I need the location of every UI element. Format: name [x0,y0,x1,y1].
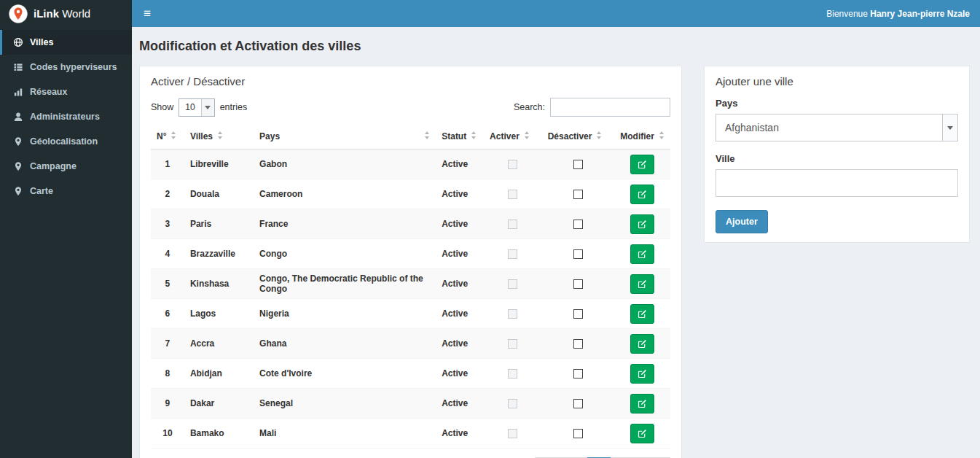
ville-input[interactable] [716,169,958,197]
column-header-activer[interactable]: Activer [484,127,542,150]
modifier-button[interactable] [630,155,654,174]
villes-table: N° Villes Pays Statut Activer Désactiver… [151,127,670,449]
sidebar-item-campagne[interactable]: Campagne [0,154,132,179]
main-content: Modification et Activation des villes Ac… [132,27,980,458]
sort-icon [425,131,430,139]
sidebar-item-carte[interactable]: Carte [0,179,132,203]
column-header-desactiver[interactable]: Désactiver [542,127,615,150]
sort-icon [471,131,477,139]
ajouter-button[interactable]: Ajouter [716,210,768,233]
desactiver-checkbox[interactable] [573,369,583,379]
edit-icon [638,220,647,229]
desactiver-checkbox[interactable] [573,399,583,408]
ville-cell: Brazzaville [184,239,254,269]
modifier-button[interactable] [630,185,654,204]
pays-cell: Nigeria [254,299,436,329]
row-number: 2 [151,179,184,209]
modifier-button[interactable] [630,214,654,234]
ville-cell: Bamako [184,419,254,449]
row-number: 7 [151,329,184,359]
pays-cell: Cameroon [254,179,436,209]
sidebar-item-reseaux[interactable]: Réseaux [0,79,132,104]
sidebar-item-label: Codes hyperviseurs [30,62,117,72]
desactiver-checkbox[interactable] [573,190,583,199]
row-number: 6 [151,299,184,329]
add-ville-panel: Ajouter une ville Pays Afghanistan Ville… [704,66,970,243]
statut-cell: Active [436,150,484,179]
modifier-button[interactable] [630,364,654,384]
column-header-modifier[interactable]: Modifier [614,127,670,150]
column-header-num[interactable]: N° [151,127,184,150]
statut-cell: Active [436,209,484,239]
navbar: ≡ Bienvenue Hanry Jean-pierre Nzale [132,0,980,27]
desactiver-checkbox[interactable] [573,249,583,259]
pays-cell: Gabon [254,150,436,179]
activer-checkbox [508,309,517,319]
desactiver-checkbox[interactable] [573,220,583,229]
panel-title: Ajouter une ville [716,75,958,88]
desactiver-checkbox[interactable] [573,160,583,169]
edit-icon [638,369,647,379]
page-length-select[interactable]: 10 [179,98,214,117]
sidebar-item-label: Administrateurs [30,112,100,122]
column-header-statut[interactable]: Statut [436,127,484,150]
statut-cell: Active [436,419,484,449]
row-number: 8 [151,359,184,389]
app-logo-area[interactable]: iLink World [0,0,132,27]
modifier-button[interactable] [630,274,654,294]
modifier-button[interactable] [630,424,654,443]
pays-cell: Congo [254,239,436,269]
row-number: 5 [151,269,184,299]
pays-cell: Ghana [254,329,436,359]
desactiver-checkbox[interactable] [573,339,583,349]
pays-cell: Congo, The Democratic Republic of the Co… [254,269,436,299]
sidebar-item-codes-hyperviseurs[interactable]: Codes hyperviseurs [0,55,132,79]
pays-cell: Cote d'Ivoire [254,359,436,389]
row-number: 9 [151,389,184,419]
ville-cell: Abidjan [184,359,254,389]
table-header-row: N° Villes Pays Statut Activer Désactiver… [151,127,670,150]
ville-cell: Douala [184,179,254,209]
sidebar-item-label: Géolocalisation [30,136,98,147]
sidebar-item-geolocalisation[interactable]: Géolocalisation [0,129,132,154]
search-input[interactable] [550,98,670,117]
activer-checkbox [508,220,517,229]
statut-cell: Active [436,299,484,329]
sidebar-item-label: Campagne [30,161,77,171]
edit-icon [638,429,647,438]
statut-cell: Active [436,389,484,419]
edit-icon [638,399,647,408]
ville-label: Ville [716,153,958,164]
welcome-message: Bienvenue Hanry Jean-pierre Nzale [826,9,980,19]
hamburger-menu-icon[interactable]: ≡ [132,0,162,27]
table-row: 9 Dakar Senegal Active [151,389,670,419]
desactiver-checkbox[interactable] [573,429,583,438]
sidebar-item-villes[interactable]: Villes [0,30,132,55]
sidebar-item-administrateurs[interactable]: Administrateurs [0,104,132,129]
modifier-button[interactable] [630,334,654,354]
table-row: 5 Kinshasa Congo, The Democratic Republi… [151,269,670,299]
edit-icon [638,339,647,349]
pays-cell: Senegal [254,389,436,419]
modifier-button[interactable] [630,244,654,264]
sort-icon [525,131,530,139]
activer-checkbox [508,160,517,169]
activer-checkbox [508,429,517,438]
desactiver-checkbox[interactable] [573,309,583,319]
sort-icon [218,131,223,139]
ville-cell: Kinshasa [184,269,254,299]
villes-table-panel: Activer / Désactiver Show 10 entries Sea… [139,66,682,458]
list-icon [13,62,23,72]
top-bar: iLink World ≡ Bienvenue Hanry Jean-pierr… [0,0,980,27]
activer-checkbox [508,279,517,289]
desactiver-checkbox[interactable] [573,279,583,289]
modifier-button[interactable] [630,394,654,414]
row-number: 3 [151,209,184,239]
column-header-pays[interactable]: Pays [254,127,436,150]
ville-cell: Paris [184,209,254,239]
table-row: 7 Accra Ghana Active [151,329,670,359]
modifier-button[interactable] [630,304,654,324]
column-header-villes[interactable]: Villes [184,127,254,150]
pays-cell: France [254,209,436,239]
pays-select[interactable]: Afghanistan [716,114,958,141]
